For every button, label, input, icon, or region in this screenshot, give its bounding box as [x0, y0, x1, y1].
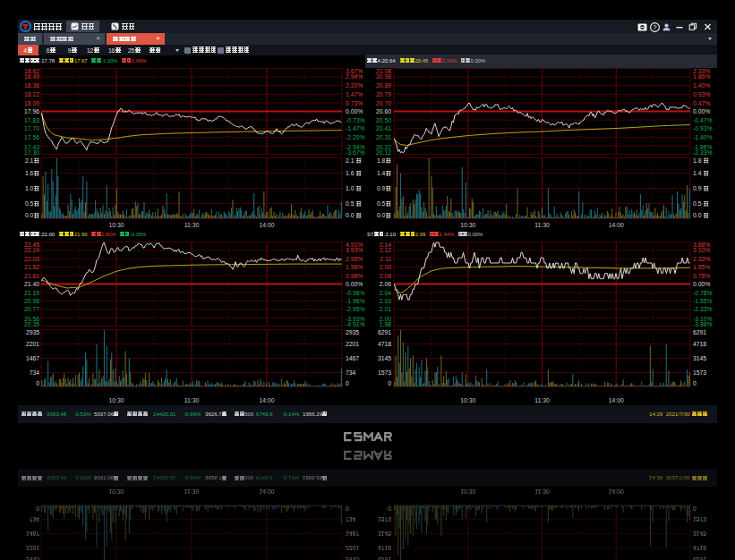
- svg-text:21.40: 21.40: [24, 281, 39, 287]
- svg-text:-1.40%: -1.40%: [693, 134, 713, 140]
- svg-text:11:30: 11:30: [534, 397, 550, 403]
- svg-text:-0.98%: -0.98%: [346, 290, 365, 296]
- svg-text:2935: 2935: [26, 329, 39, 335]
- svg-text:1.0: 1.0: [25, 185, 34, 191]
- svg-text:1.40%: 1.40%: [693, 82, 710, 89]
- svg-text:2.08: 2.08: [380, 273, 391, 279]
- svg-text:0.98%: 0.98%: [346, 273, 363, 279]
- svg-text:20.31: 20.31: [376, 134, 391, 140]
- svg-text:1.6: 1.6: [25, 170, 34, 176]
- svg-text:11:30: 11:30: [184, 397, 200, 403]
- svg-text:2.11: 2.11: [380, 256, 391, 262]
- svg-text:0.9: 0.9: [693, 185, 702, 191]
- svg-text:4718: 4718: [693, 341, 706, 347]
- svg-text:1.4: 1.4: [693, 170, 702, 176]
- svg-text:0.00%: 0.00%: [346, 108, 363, 115]
- svg-text:0.0: 0.0: [377, 212, 386, 218]
- svg-text:20.98: 20.98: [376, 73, 391, 80]
- svg-text:1.98: 1.98: [380, 321, 391, 327]
- svg-text:-2.33%: -2.33%: [693, 149, 713, 156]
- svg-text:1467: 1467: [26, 355, 39, 361]
- svg-text:0.5: 0.5: [377, 200, 386, 207]
- svg-text:0.47%: 0.47%: [693, 100, 710, 106]
- svg-text:-0.47%: -0.47%: [693, 117, 713, 123]
- svg-text:2935: 2935: [346, 329, 359, 335]
- svg-text:14:00: 14:00: [609, 397, 624, 403]
- svg-text:17.96: 17.96: [24, 108, 39, 115]
- svg-text:17.30: 17.30: [24, 149, 39, 156]
- svg-text:0: 0: [693, 380, 697, 386]
- svg-text:3.93%: 3.93%: [346, 247, 363, 253]
- svg-text:17.83: 17.83: [24, 117, 39, 123]
- svg-text:1573: 1573: [693, 369, 706, 376]
- svg-text:17.56: 17.56: [24, 134, 39, 140]
- svg-text:-0.93%: -0.93%: [693, 125, 713, 132]
- svg-text:0.78%: 0.78%: [693, 273, 710, 279]
- svg-text:-3.67%: -3.67%: [346, 149, 365, 156]
- svg-text:1.8: 1.8: [693, 157, 702, 164]
- svg-text:21.19: 21.19: [24, 290, 39, 296]
- svg-text:2201: 2201: [346, 341, 359, 347]
- svg-text:0.00%: 0.00%: [693, 281, 710, 287]
- svg-text:-1.55%: -1.55%: [693, 298, 713, 304]
- svg-text:0: 0: [388, 380, 391, 386]
- svg-text:14:00: 14:00: [259, 397, 274, 403]
- svg-text:20.35: 20.35: [24, 321, 39, 327]
- svg-text:-0.78%: -0.78%: [693, 290, 713, 296]
- svg-text:0: 0: [346, 380, 349, 386]
- svg-text:0.5: 0.5: [693, 200, 702, 207]
- svg-text:2.09: 2.09: [380, 264, 391, 270]
- svg-text:-2.33%: -2.33%: [693, 306, 713, 312]
- svg-text:20.77: 20.77: [24, 306, 39, 312]
- svg-text:0.9: 0.9: [377, 185, 386, 191]
- svg-text:20.89: 20.89: [376, 82, 391, 89]
- svg-text:1.4: 1.4: [377, 170, 386, 176]
- svg-text:10:30: 10:30: [108, 397, 124, 403]
- svg-text:1.47%: 1.47%: [346, 91, 363, 98]
- svg-text:0.0: 0.0: [25, 212, 34, 218]
- svg-text:22.24: 22.24: [24, 247, 39, 253]
- svg-text:20.50: 20.50: [376, 117, 391, 123]
- svg-text:0.0: 0.0: [693, 212, 702, 218]
- svg-text:20.41: 20.41: [376, 125, 391, 132]
- svg-text:2.94%: 2.94%: [346, 73, 363, 80]
- svg-text:1.8: 1.8: [377, 157, 386, 164]
- svg-text:0.00%: 0.00%: [693, 108, 710, 115]
- svg-text:1573: 1573: [378, 369, 391, 376]
- svg-text:20.98: 20.98: [24, 298, 39, 304]
- svg-text:1.55%: 1.55%: [693, 264, 710, 270]
- svg-text:2.95%: 2.95%: [346, 256, 363, 262]
- svg-text:3145: 3145: [693, 355, 706, 361]
- svg-text:2.01: 2.01: [380, 306, 391, 312]
- svg-text:2.1: 2.1: [346, 157, 355, 164]
- svg-text:?: ?: [654, 24, 657, 30]
- svg-text:-1.96%: -1.96%: [346, 298, 365, 304]
- svg-text:-2.95%: -2.95%: [346, 306, 365, 312]
- svg-text:6291: 6291: [693, 329, 706, 335]
- svg-text:2.33%: 2.33%: [693, 256, 710, 262]
- svg-text:0.00%: 0.00%: [346, 281, 363, 287]
- svg-text:0.93%: 0.93%: [693, 91, 710, 98]
- svg-text:3145: 3145: [378, 355, 391, 361]
- svg-text:1467: 1467: [346, 355, 359, 361]
- svg-text:2201: 2201: [26, 341, 39, 347]
- svg-text:0: 0: [36, 380, 39, 386]
- svg-text:18.22: 18.22: [24, 91, 39, 98]
- svg-text:1.86%: 1.86%: [693, 73, 710, 80]
- svg-text:-0.73%: -0.73%: [346, 117, 365, 123]
- svg-text:6291: 6291: [378, 329, 391, 335]
- svg-text:18.36: 18.36: [24, 82, 39, 89]
- svg-text:-1.47%: -1.47%: [346, 125, 365, 132]
- svg-text:18.49: 18.49: [24, 73, 39, 80]
- svg-text:20.12: 20.12: [376, 149, 391, 156]
- svg-text:20.70: 20.70: [376, 100, 391, 106]
- svg-text:-2.20%: -2.20%: [346, 134, 365, 140]
- svg-text:0.73%: 0.73%: [346, 100, 363, 106]
- svg-text:2.04: 2.04: [380, 290, 391, 296]
- svg-text:2.20%: 2.20%: [346, 82, 363, 89]
- svg-text:0.5: 0.5: [346, 200, 355, 207]
- svg-text:20.79: 20.79: [376, 91, 391, 98]
- svg-text:18.09: 18.09: [24, 100, 39, 106]
- svg-text:20.60: 20.60: [376, 108, 391, 115]
- svg-text:2.1: 2.1: [25, 157, 34, 164]
